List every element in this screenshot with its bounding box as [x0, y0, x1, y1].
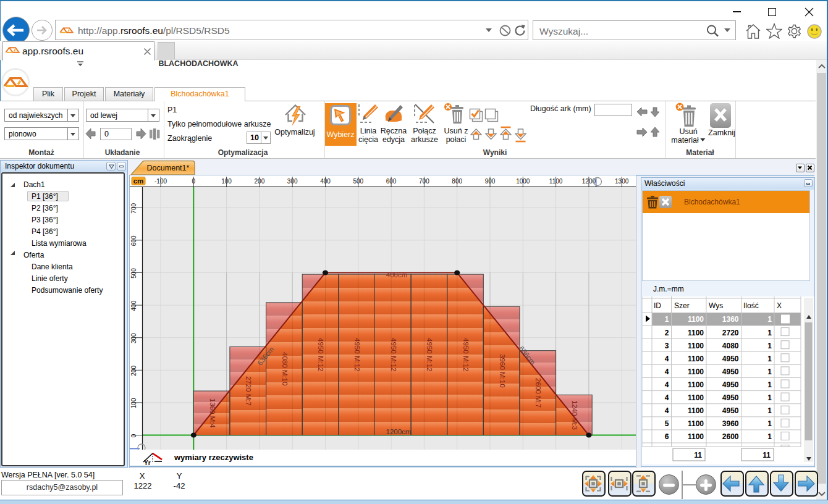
svg-text:100: 100 — [221, 178, 232, 185]
svg-text:4950: 4950 — [722, 355, 739, 363]
svg-text:1360: 1360 — [722, 315, 739, 324]
svg-text:Wys: Wys — [709, 301, 723, 310]
svg-text:4: 4 — [665, 380, 669, 389]
svg-text:1100: 1100 — [688, 315, 704, 324]
svg-text:1: 1 — [767, 368, 772, 376]
svg-text:1: 1 — [767, 419, 772, 428]
svg-text:X: X — [777, 301, 782, 310]
svg-text:1: 1 — [767, 342, 772, 350]
svg-text:2600: 2600 — [722, 432, 739, 441]
svg-text:1100: 1100 — [688, 329, 704, 337]
svg-text:400cm: 400cm — [386, 271, 408, 279]
svg-text:1100: 1100 — [688, 368, 704, 376]
svg-text:200: 200 — [255, 178, 265, 185]
svg-text:4950 M:12: 4950 M:12 — [462, 338, 470, 371]
svg-text:4950 M:12: 4950 M:12 — [317, 338, 324, 371]
svg-text:1: 1 — [767, 380, 772, 389]
svg-text:1100: 1100 — [688, 393, 704, 402]
svg-text:1: 1 — [767, 329, 772, 337]
svg-text:1200cm: 1200cm — [386, 428, 412, 435]
svg-text:2720: 2720 — [722, 329, 739, 337]
svg-text:11: 11 — [763, 451, 771, 460]
svg-text:100: 100 — [130, 398, 137, 408]
svg-text:1: 1 — [767, 355, 772, 363]
svg-text:4080 M:10: 4080 M:10 — [281, 352, 289, 385]
svg-text:800: 800 — [452, 178, 462, 185]
svg-text:4: 4 — [665, 406, 669, 415]
svg-text:500: 500 — [353, 178, 363, 185]
svg-text:400: 400 — [130, 300, 137, 311]
svg-text:2: 2 — [665, 329, 669, 337]
svg-text:1100: 1100 — [688, 432, 704, 441]
svg-text:cm: cm — [133, 177, 144, 185]
svg-text:2600 M:7: 2600 M:7 — [534, 378, 542, 408]
svg-text:2720 M:7: 2720 M:7 — [245, 376, 252, 406]
svg-text:700: 700 — [130, 203, 137, 214]
svg-text:600: 600 — [386, 178, 397, 185]
svg-text:1: 1 — [767, 315, 772, 324]
svg-text:4080: 4080 — [722, 342, 739, 350]
svg-text:Ilość: Ilość — [743, 301, 759, 310]
svg-text:0: 0 — [192, 178, 196, 185]
svg-text:wymiary rzeczywiste: wymiary rzeczywiste — [174, 453, 253, 462]
svg-text:700: 700 — [419, 178, 429, 185]
svg-text:3: 3 — [665, 342, 669, 350]
svg-text:5: 5 — [665, 419, 669, 428]
svg-text:4950 M:12: 4950 M:12 — [426, 338, 433, 371]
svg-text:4: 4 — [665, 393, 669, 402]
svg-text:-100: -100 — [154, 178, 167, 185]
svg-text:4: 4 — [665, 368, 669, 376]
svg-text:1000: 1000 — [516, 178, 530, 185]
svg-text:Document1*: Document1* — [147, 164, 190, 172]
svg-text:1100: 1100 — [688, 380, 704, 389]
svg-text:1: 1 — [767, 432, 772, 441]
svg-text:4950: 4950 — [722, 393, 739, 402]
svg-text:4: 4 — [665, 355, 669, 363]
svg-text:0: 0 — [130, 434, 137, 437]
svg-text:ID: ID — [654, 301, 661, 310]
svg-text:300: 300 — [287, 178, 298, 185]
svg-text:4950: 4950 — [722, 380, 739, 389]
svg-text:200: 200 — [130, 366, 137, 376]
svg-text:Szer: Szer — [674, 301, 690, 310]
svg-text:1360 M:4: 1360 M:4 — [209, 398, 216, 429]
svg-text:1100: 1100 — [688, 355, 704, 363]
svg-text:4950 M:12: 4950 M:12 — [353, 338, 361, 371]
svg-text:1100: 1100 — [688, 406, 704, 415]
svg-text:4950: 4950 — [722, 406, 739, 415]
svg-text:4950 M:12: 4950 M:12 — [390, 338, 397, 371]
svg-text:3960 M:10: 3960 M:10 — [499, 354, 506, 387]
svg-text:1100: 1100 — [688, 419, 704, 428]
svg-text:1: 1 — [767, 406, 772, 415]
svg-text:3960: 3960 — [722, 419, 739, 428]
svg-text:1300: 1300 — [615, 178, 629, 185]
svg-text:1: 1 — [767, 393, 772, 402]
svg-text:1240 M:3: 1240 M:3 — [571, 400, 578, 430]
svg-text:11: 11 — [694, 451, 702, 460]
svg-text:400: 400 — [320, 178, 331, 185]
svg-text:1: 1 — [665, 315, 669, 324]
svg-text:4950: 4950 — [722, 368, 739, 376]
svg-text:300: 300 — [130, 333, 137, 343]
svg-text:500: 500 — [130, 268, 137, 279]
svg-text:1100: 1100 — [688, 342, 704, 350]
svg-text:6: 6 — [665, 432, 669, 441]
svg-text:600: 600 — [130, 235, 137, 246]
svg-text:900: 900 — [485, 178, 496, 185]
svg-text:1100: 1100 — [549, 178, 563, 185]
